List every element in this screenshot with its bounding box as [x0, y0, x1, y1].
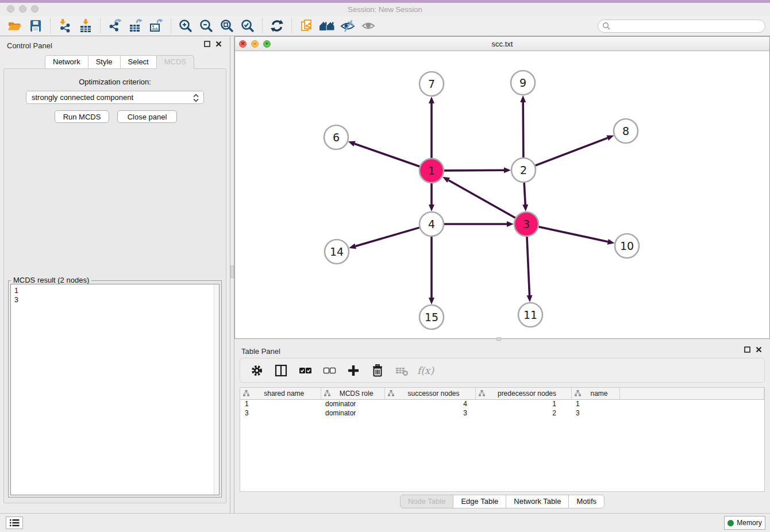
close-panel-button[interactable]: Close panel: [117, 110, 177, 123]
houses-icon: [319, 18, 335, 33]
graph-node-14[interactable]: 14: [325, 240, 349, 264]
criterion-select[interactable]: strongly connected component: [26, 91, 204, 104]
zoom-selected-button[interactable]: [237, 17, 258, 34]
graph-node-1[interactable]: 1: [419, 159, 444, 183]
network-resize-grip[interactable]: [496, 337, 501, 341]
minimize-window-icon[interactable]: [19, 5, 26, 13]
first-neighbors-button[interactable]: [317, 17, 337, 34]
search-input[interactable]: [598, 20, 765, 33]
graph-edge-3-10[interactable]: [538, 227, 607, 242]
graph-node-3[interactable]: 3: [514, 212, 538, 236]
graph-edge-2-9[interactable]: [523, 102, 523, 157]
function-builder-button[interactable]: f(x): [415, 361, 436, 380]
column-header-MCDS-role[interactable]: MCDS role: [321, 388, 384, 399]
delete-row-button[interactable]: [367, 361, 388, 380]
column-header-predecessor-nodes[interactable]: predecessor nodes: [475, 388, 571, 399]
float-panel-icon[interactable]: [204, 41, 210, 47]
table-tab-motifs[interactable]: Motifs: [568, 495, 605, 508]
graph-node-11[interactable]: 11: [518, 303, 542, 327]
status-bar: Memory: [0, 513, 770, 532]
column-header-successor-nodes[interactable]: successor nodes: [384, 388, 475, 399]
network-window-titlebar[interactable]: ✕ − + scc.txt: [235, 37, 769, 51]
table-tab-edge-table[interactable]: Edge Table: [453, 495, 506, 508]
graph-edge-3-1[interactable]: [449, 180, 515, 218]
network-minimize-icon[interactable]: −: [251, 40, 259, 48]
add-row-button[interactable]: [342, 361, 364, 380]
splitter-grip[interactable]: [230, 265, 234, 278]
graph-edge-1-6[interactable]: [355, 144, 419, 167]
column-header-name[interactable]: name: [571, 388, 619, 399]
panel-splitter[interactable]: [230, 36, 234, 513]
run-mcds-button[interactable]: Run MCDS: [55, 110, 109, 123]
task-history-button[interactable]: [6, 516, 23, 529]
mcds-result-box[interactable]: 1 3: [10, 284, 220, 495]
delete-table-button[interactable]: [391, 361, 412, 380]
eye-slash-icon: [340, 18, 356, 33]
save-session-button[interactable]: [25, 17, 46, 34]
float-table-panel-icon[interactable]: [744, 346, 750, 353]
control-tab-mcds[interactable]: MCDS: [156, 55, 194, 69]
maximize-window-icon[interactable]: [31, 5, 38, 13]
mcds-result-group: MCDS result (2 nodes) 1 3: [8, 280, 222, 498]
graph-node-6[interactable]: 6: [324, 125, 348, 149]
import-table-button[interactable]: [75, 17, 96, 34]
criterion-select-value: strongly connected component: [32, 93, 133, 102]
zoom-in-button[interactable]: [175, 17, 196, 34]
table-row[interactable]: 3dominator323: [240, 408, 764, 418]
graph-node-15[interactable]: 15: [419, 305, 444, 329]
network-canvas[interactable]: 7968124314101511: [235, 51, 769, 338]
show-all-button[interactable]: [358, 17, 379, 34]
close-table-panel-icon[interactable]: [756, 346, 762, 353]
table-cell: 4: [384, 399, 475, 408]
graph-node-2[interactable]: 2: [511, 158, 536, 182]
graph-edge-1-2[interactable]: [444, 170, 504, 171]
graph-edge-2-8[interactable]: [536, 138, 608, 165]
column-header-label: name: [582, 390, 617, 398]
table-cell: 3: [240, 408, 321, 418]
export-table-button[interactable]: [125, 17, 146, 34]
network-maximize-icon[interactable]: +: [263, 40, 271, 48]
result-scrollbar[interactable]: [214, 284, 219, 495]
table-panel-title: Table Panel: [241, 347, 280, 356]
table-tab-node-table[interactable]: Node Table: [400, 495, 454, 508]
graph-node-4[interactable]: 4: [419, 212, 444, 236]
zoom-out-button[interactable]: [196, 17, 217, 34]
table-tab-network-table[interactable]: Network Table: [506, 495, 569, 508]
import-network-button[interactable]: [55, 17, 75, 34]
duplicate-network-button[interactable]: [296, 17, 317, 34]
select-all-button[interactable]: [294, 361, 315, 380]
graph-edge-3-11[interactable]: [527, 237, 530, 295]
table-cell: 3: [571, 408, 619, 418]
export-network-button[interactable]: [105, 17, 125, 34]
control-tab-style[interactable]: Style: [88, 55, 121, 69]
show-columns-button[interactable]: [270, 361, 291, 380]
memory-button[interactable]: Memory: [724, 516, 765, 530]
column-header-label: successor nodes: [395, 390, 473, 398]
export-image-button[interactable]: [146, 17, 167, 34]
mcds-result-text: 1 3: [11, 284, 219, 306]
graph-node-9[interactable]: 9: [511, 71, 535, 95]
graph-node-10[interactable]: 10: [615, 234, 639, 258]
network-close-icon[interactable]: ✕: [239, 40, 247, 48]
graph-node-8[interactable]: 8: [614, 119, 638, 143]
graph-edge-4-14[interactable]: [356, 228, 419, 246]
toolbar-separator: [291, 18, 292, 33]
graph-node-7[interactable]: 7: [419, 72, 444, 96]
zoom-fit-button[interactable]: [217, 17, 237, 34]
column-header-label: predecessor nodes: [486, 390, 569, 398]
node-table-container: shared nameMCDS rolesuccessor nodesprede…: [240, 387, 765, 492]
search-icon: [602, 22, 611, 30]
graph-edge-2-3[interactable]: [524, 183, 525, 205]
close-panel-icon[interactable]: [215, 41, 222, 47]
control-tab-select[interactable]: Select: [120, 55, 157, 69]
open-session-button[interactable]: [5, 17, 25, 34]
toolbar-separator: [100, 18, 101, 33]
hide-selected-button[interactable]: [337, 17, 358, 34]
update-view-button[interactable]: [267, 17, 287, 34]
table-settings-button[interactable]: [246, 361, 267, 380]
control-tab-network[interactable]: Network: [45, 55, 88, 69]
deselect-all-button[interactable]: [318, 361, 340, 380]
column-header-shared-name[interactable]: shared name: [240, 388, 321, 399]
table-row[interactable]: 1dominator411: [240, 399, 764, 408]
close-window-icon[interactable]: [7, 5, 14, 13]
